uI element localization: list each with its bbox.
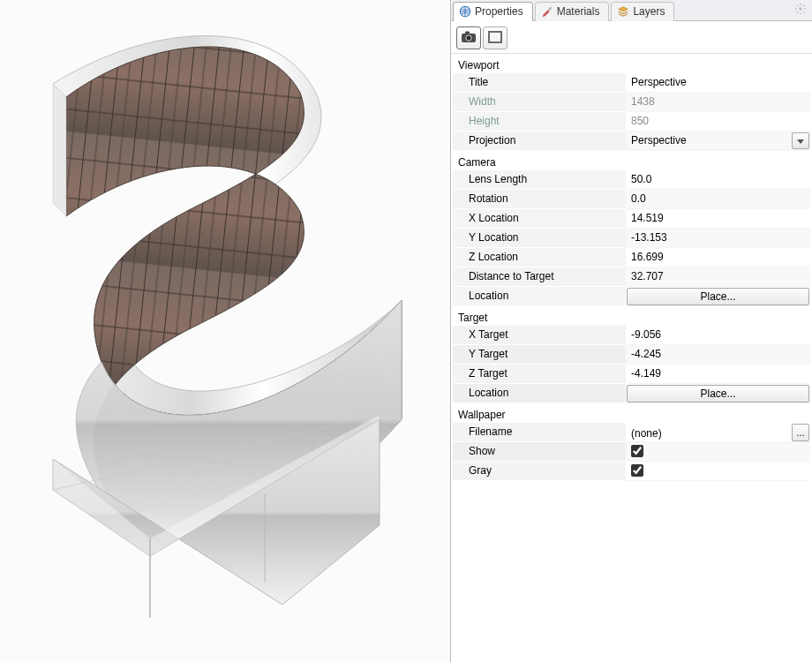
- tab-properties-label: Properties: [475, 5, 523, 18]
- row-projection: Projection Perspective: [453, 132, 810, 151]
- label-tar-x: X Target: [453, 326, 626, 345]
- row-lens: Lens Length 50.0: [453, 170, 810, 190]
- show-checkbox[interactable]: [631, 445, 643, 457]
- tab-layers-label: Layers: [633, 5, 665, 18]
- camera-place-button[interactable]: Place...: [627, 288, 809, 305]
- frame-icon: [488, 31, 502, 46]
- camera-icon: [461, 31, 477, 46]
- svg-rect-10: [547, 6, 552, 11]
- row-cam-y: Y Location -13.153: [453, 229, 810, 248]
- filename-browse-button[interactable]: ...: [792, 424, 809, 441]
- label-gray: Gray: [453, 462, 626, 481]
- row-show: Show: [453, 442, 810, 462]
- value-height: 850: [626, 112, 810, 132]
- target-place-button[interactable]: Place...: [627, 385, 809, 402]
- section-wallpaper: Wallpaper: [453, 403, 810, 423]
- value-cam-x[interactable]: 14.519: [626, 209, 810, 229]
- value-cam-y[interactable]: -13.153: [626, 229, 810, 248]
- section-viewport: Viewport: [453, 54, 810, 73]
- tab-materials-label: Materials: [557, 5, 600, 18]
- row-filename: Filename (none) ...: [453, 423, 810, 442]
- label-cam-x: X Location: [453, 209, 626, 229]
- row-width: Width 1438: [453, 93, 810, 112]
- row-cam-location: Location Place...: [453, 287, 810, 306]
- row-tar-z: Z Target -4.149: [453, 365, 810, 384]
- svg-point-13: [466, 34, 471, 40]
- label-projection: Projection: [453, 132, 626, 151]
- row-distance: Distance to Target 32.707: [453, 267, 810, 287]
- tab-materials[interactable]: Materials: [535, 2, 610, 21]
- row-rotation: Rotation 0.0: [453, 190, 810, 209]
- label-filename: Filename: [453, 423, 626, 442]
- label-cam-y: Y Location: [453, 229, 626, 248]
- row-title: Title Perspective: [453, 73, 810, 93]
- label-show: Show: [453, 442, 626, 462]
- camera-mode-button[interactable]: [456, 26, 481, 49]
- label-height: Height: [453, 112, 626, 132]
- section-target: Target: [453, 306, 810, 326]
- svg-point-11: [799, 7, 802, 11]
- label-rotation: Rotation: [453, 190, 626, 209]
- row-cam-x: X Location 14.519: [453, 209, 810, 229]
- label-tar-location: Location: [453, 384, 626, 403]
- properties-body: Viewport Title Perspective Width 1438 He…: [451, 54, 812, 662]
- value-tar-x[interactable]: -9.056: [626, 326, 810, 345]
- value-filename-wrap: (none) ...: [626, 423, 810, 442]
- label-width: Width: [453, 93, 626, 112]
- projection-dropdown-button[interactable]: [792, 132, 809, 149]
- label-tar-z: Z Target: [453, 365, 626, 384]
- row-tar-location: Location Place...: [453, 384, 810, 403]
- label-cam-z: Z Location: [453, 248, 626, 267]
- label-title: Title: [453, 73, 626, 93]
- value-rotation[interactable]: 0.0: [626, 190, 810, 209]
- label-distance: Distance to Target: [453, 267, 626, 287]
- value-filename[interactable]: (none): [626, 425, 792, 440]
- value-gray-wrap: [626, 462, 810, 481]
- tab-properties[interactable]: Properties: [453, 2, 533, 21]
- value-width: 1438: [626, 93, 810, 112]
- value-projection-wrap: Perspective: [626, 132, 810, 151]
- row-tar-y: Y Target -4.245: [453, 345, 810, 365]
- tab-layers[interactable]: Layers: [611, 2, 674, 21]
- value-tar-location-wrap: Place...: [626, 384, 810, 403]
- value-tar-y[interactable]: -4.245: [626, 345, 810, 365]
- section-camera: Camera: [453, 151, 810, 170]
- panel-tab-bar: Properties Materials Layers: [451, 0, 812, 21]
- value-cam-location-wrap: Place...: [626, 287, 810, 306]
- frame-mode-button[interactable]: [483, 26, 508, 49]
- paint-tube-icon: [541, 5, 553, 18]
- gray-checkbox[interactable]: [631, 464, 643, 477]
- svg-rect-15: [489, 32, 501, 42]
- row-cam-z: Z Location 16.699: [453, 248, 810, 267]
- properties-panel: Properties Materials Layers: [450, 0, 812, 662]
- panel-gear-icon[interactable]: [794, 3, 807, 18]
- value-title[interactable]: Perspective: [626, 73, 810, 93]
- label-lens: Lens Length: [453, 170, 626, 190]
- label-tar-y: Y Target: [453, 345, 626, 365]
- value-projection[interactable]: Perspective: [626, 132, 791, 150]
- row-gray: Gray: [453, 462, 810, 481]
- svg-rect-14: [465, 31, 470, 34]
- value-cam-z[interactable]: 16.699: [626, 248, 810, 267]
- label-cam-location: Location: [453, 287, 626, 306]
- chevron-down-icon: [797, 135, 804, 147]
- layers-icon: [617, 5, 629, 18]
- value-lens[interactable]: 50.0: [626, 170, 810, 190]
- viewport-canvas[interactable]: [0, 0, 450, 662]
- row-tar-x: X Target -9.056: [453, 326, 810, 345]
- globe-icon: [459, 5, 471, 18]
- value-tar-z[interactable]: -4.149: [626, 365, 810, 384]
- value-distance[interactable]: 32.707: [626, 267, 810, 287]
- value-show-wrap: [626, 442, 810, 462]
- row-height: Height 850: [453, 112, 810, 132]
- panel-toolbar: [451, 21, 812, 54]
